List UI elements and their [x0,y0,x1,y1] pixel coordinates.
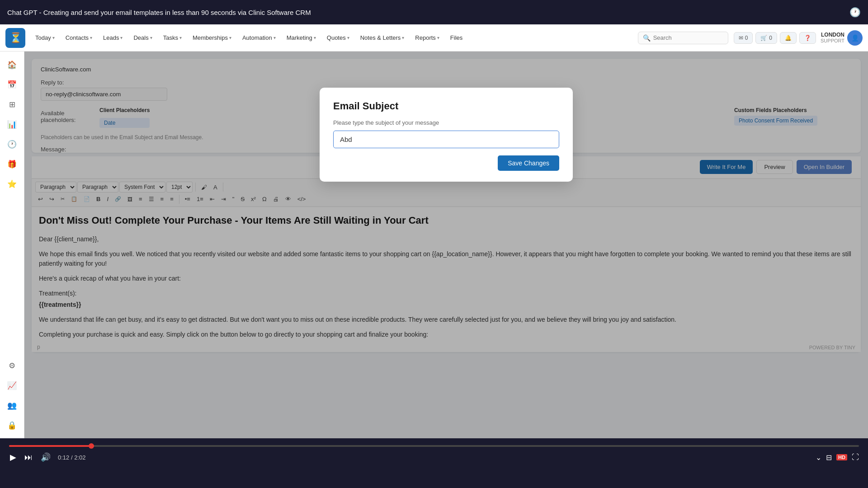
nav-files[interactable]: Files [446,32,467,44]
video-title-bar: Chat GPT - Creating and send your email … [0,0,868,24]
nav-leads[interactable]: Leads ▾ [99,32,127,44]
modal-label: Please type the subject of your message [333,119,559,126]
nav-quotes[interactable]: Quotes ▾ [322,32,354,44]
chevron-down-icon: ▾ [229,35,231,40]
search-bar[interactable]: 🔍 [638,32,728,44]
chevron-down-icon: ▾ [274,35,276,40]
play-button[interactable]: ▶ [9,451,17,463]
search-icon: 🔍 [643,34,651,42]
user-name-sub: SUPPORT [821,38,844,44]
chevron-down-icon[interactable]: ⌄ [816,453,821,462]
nav-reports[interactable]: Reports ▾ [410,32,444,44]
captions-button[interactable]: ⊟ [826,453,832,462]
mute-button[interactable]: 🔊 [40,451,52,463]
sidebar-home-icon[interactable]: 🏠 [4,56,21,73]
fullscreen-button[interactable]: ⛶ [852,453,859,461]
save-changes-button[interactable]: Save Changes [498,155,559,171]
app-area: ⏳ Today ▾ Contacts ▾ Leads ▾ Deals ▾ Tas… [0,24,868,438]
video-title-text: Chat GPT - Creating and send your email … [7,9,311,16]
sidebar-clock-icon[interactable]: 🕐 [4,136,21,153]
left-sidebar: 🏠 📅 ⊞ 📊 🕐 🎁 ⭐ ⚙ 📈 👥 🔒 [0,52,24,438]
controls-row: ▶ ⏭ 🔊 0:12 / 2:02 ⌄ ⊟ HD ⛶ [9,451,859,463]
progress-dot [89,443,94,449]
sidebar-lock-icon[interactable]: 🔒 [4,417,21,434]
user-area[interactable]: LONDON SUPPORT 👤 [821,30,863,46]
progress-fill [9,445,94,447]
sidebar-bar-chart-icon[interactable]: 📈 [4,377,21,394]
sidebar-settings-icon[interactable]: ⚙ [4,357,21,374]
chevron-down-icon: ▾ [179,35,182,40]
modal-overlay[interactable]: Email Subject Please type the subject of… [24,52,868,438]
nav-deals[interactable]: Deals ▾ [129,32,156,44]
email-subject-input[interactable] [333,131,559,148]
main-content: ClinicSoftware.com Reply to: document.qu… [24,52,868,438]
nav-marketing[interactable]: Marketing ▾ [282,32,321,44]
nav-today[interactable]: Today ▾ [31,32,59,44]
sidebar-grid-icon[interactable]: ⊞ [4,96,21,113]
ctrl-right: ⌄ ⊟ HD ⛶ [816,453,859,462]
chevron-down-icon: ▾ [52,35,55,40]
bell-icon: 🔔 [785,35,792,41]
progress-bar[interactable] [9,445,859,447]
modal-title: Email Subject [333,100,559,112]
nav-automation[interactable]: Automation ▾ [238,32,280,44]
video-controls: ▶ ⏭ 🔊 0:12 / 2:02 ⌄ ⊟ HD ⛶ [0,438,868,470]
avatar[interactable]: 👤 [847,30,863,46]
sidebar-calendar-icon[interactable]: 📅 [4,76,21,93]
sidebar-star-icon[interactable]: ⭐ [4,175,21,192]
mail-button[interactable]: ✉ 0 [734,32,753,44]
next-button[interactable]: ⏭ [24,452,33,463]
nav-memberships[interactable]: Memberships ▾ [188,32,236,44]
nav-icons: ✉ 0 🛒 0 🔔 ❓ [734,32,816,44]
chevron-down-icon: ▾ [90,35,92,40]
settings-button[interactable]: HD [836,454,847,460]
nav-notes-letters[interactable]: Notes & Letters ▾ [356,32,409,44]
cart-button[interactable]: 🛒 0 [755,32,777,44]
sidebar-gift-icon[interactable]: 🎁 [4,155,21,173]
chevron-down-icon: ▾ [347,35,349,40]
search-input[interactable] [653,34,717,41]
mail-icon: ✉ [739,35,743,41]
nav-contacts[interactable]: Contacts ▾ [61,32,97,44]
top-nav: ⏳ Today ▾ Contacts ▾ Leads ▾ Deals ▾ Tas… [0,24,868,52]
logo[interactable]: ⏳ [5,28,25,48]
chevron-down-icon: ▾ [402,35,404,40]
content-area: 🏠 📅 ⊞ 📊 🕐 🎁 ⭐ ⚙ 📈 👥 🔒 ClinicSoftware.com [0,52,868,438]
chevron-down-icon: ▾ [120,35,123,40]
sidebar-user-icon[interactable]: 👥 [4,397,21,414]
sidebar-chart-icon[interactable]: 📊 [4,116,21,133]
youtube-badge: HD [836,454,847,460]
bell-button[interactable]: 🔔 [780,32,797,44]
chevron-down-icon: ▾ [150,35,152,40]
user-name-top: LONDON [821,32,844,38]
help-button[interactable]: ❓ [799,32,816,44]
chevron-down-icon: ▾ [437,35,439,40]
nav-tasks[interactable]: Tasks ▾ [159,32,186,44]
cart-icon: 🛒 [760,35,767,41]
clock-icon: 🕐 [849,7,861,18]
email-subject-modal: Email Subject Please type the subject of… [320,88,573,182]
chevron-down-icon: ▾ [314,35,316,40]
modal-footer: Save Changes [333,155,559,171]
time-display: 0:12 / 2:02 [58,454,85,461]
help-icon: ❓ [804,35,811,41]
